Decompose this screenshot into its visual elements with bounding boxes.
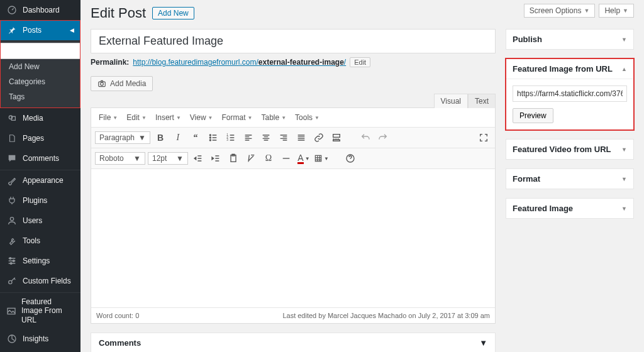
- sidebar-label: Tools: [23, 236, 40, 245]
- sidebar-label: Appearance: [23, 176, 64, 185]
- format-select[interactable]: Paragraph▼: [95, 131, 150, 144]
- outdent-button[interactable]: [191, 151, 206, 166]
- menu-format[interactable]: Format▼: [218, 111, 257, 124]
- key-icon: [6, 275, 18, 287]
- featured-image-heading[interactable]: Featured Image▼: [506, 199, 633, 218]
- sidebar-item-appearance[interactable]: Appearance: [0, 170, 80, 190]
- sidebar-item-plugins[interactable]: Plugins: [0, 190, 80, 211]
- special-char-button[interactable]: Ω: [261, 151, 276, 166]
- sidebar-item-insights[interactable]: Insights: [0, 329, 80, 349]
- svg-point-4: [9, 258, 11, 260]
- main-content: Screen Options▼ Help▼ Edit Post Add New …: [80, 0, 644, 352]
- edit-permalink-button[interactable]: Edit: [350, 57, 370, 67]
- publish-heading[interactable]: Publish▼: [506, 30, 633, 49]
- chevron-down-icon: ▼: [621, 206, 627, 212]
- sidebar-item-settings[interactable]: Settings: [0, 251, 80, 271]
- menu-file[interactable]: File▼: [95, 111, 121, 124]
- wrench-icon: [6, 235, 18, 246]
- sidebar-sub-tags[interactable]: Tags: [0, 89, 80, 104]
- undo-button[interactable]: [358, 130, 373, 145]
- sidebar-label: Dashboard: [23, 6, 60, 14]
- menu-view[interactable]: View▼: [186, 111, 217, 124]
- featured-video-heading[interactable]: Featured Video from URL▼: [506, 140, 633, 159]
- sidebar-item-posts[interactable]: Posts ◀: [0, 20, 80, 40]
- screen-options-button[interactable]: Screen Options▼: [524, 4, 596, 18]
- sidebar-item-pages[interactable]: Pages: [0, 128, 80, 148]
- more-button[interactable]: [329, 130, 344, 145]
- user-icon: [6, 215, 18, 226]
- sidebar-item-fifu[interactable]: Featured Image From URL: [0, 292, 80, 329]
- menu-edit[interactable]: Edit▼: [123, 111, 150, 124]
- indent-button[interactable]: [208, 151, 223, 166]
- menu-insert[interactable]: Insert▼: [152, 111, 185, 124]
- permalink-link[interactable]: http://blog.featuredimagefromurl.com/ext…: [133, 58, 346, 67]
- svg-point-15: [209, 137, 211, 138]
- format-heading[interactable]: Format▼: [506, 169, 633, 189]
- help-button[interactable]: Help▼: [599, 4, 634, 18]
- last-edited: Last edited by Marcel Jacques Machado on…: [282, 312, 490, 319]
- menu-table[interactable]: Table▼: [257, 111, 290, 124]
- svg-point-13: [101, 82, 104, 85]
- sidebar-sub-categories[interactable]: Categories: [0, 74, 80, 89]
- fullscreen-button[interactable]: [476, 130, 491, 145]
- sidebar-label: Featured Image From URL: [21, 297, 74, 324]
- page-icon: [6, 133, 18, 144]
- sidebar-item-dashboard[interactable]: Dashboard: [0, 0, 80, 20]
- format-metabox: Format▼: [506, 168, 634, 189]
- link-button[interactable]: [311, 130, 326, 145]
- sidebar-label: Settings: [23, 256, 50, 265]
- hr-button[interactable]: [279, 151, 294, 166]
- align-left-button[interactable]: [241, 130, 256, 145]
- svg-rect-20: [333, 135, 340, 138]
- paste-button[interactable]: [226, 151, 241, 166]
- editor-tab-text[interactable]: Text: [468, 94, 496, 108]
- menu-tools[interactable]: Tools▼: [291, 111, 323, 124]
- sidebar-posts-group: Posts ◀ All Posts Add New Categories Tag…: [0, 20, 80, 108]
- svg-point-7: [9, 280, 12, 283]
- post-title-input[interactable]: [91, 29, 496, 53]
- number-list-button[interactable]: 123: [223, 130, 238, 145]
- blockquote-button[interactable]: “: [188, 130, 203, 145]
- sidebar-item-all-import[interactable]: All Import: [0, 349, 80, 352]
- bullet-list-button[interactable]: [206, 130, 221, 145]
- editor-toolbar-2: Roboto▼ 12pt▼ Ω A▼ ▼: [91, 148, 495, 169]
- fifu-url-input[interactable]: [513, 85, 627, 102]
- svg-point-3: [10, 217, 13, 221]
- clear-format-button[interactable]: [243, 151, 258, 166]
- bold-button[interactable]: B: [153, 130, 168, 145]
- svg-point-6: [10, 263, 12, 265]
- sidebar-item-custom-fields[interactable]: Custom Fields: [0, 271, 80, 291]
- plug-icon: [6, 195, 18, 206]
- brush-icon: [6, 175, 18, 186]
- fifu-heading[interactable]: Featured Image from URL▲: [506, 59, 633, 79]
- editor-statusbar: Word count: 0 Last edited by Marcel Jacq…: [91, 307, 495, 323]
- chevron-down-icon: ▼: [584, 8, 589, 14]
- chevron-down-icon: ▼: [176, 115, 181, 121]
- sidebar-label: Media: [23, 114, 43, 123]
- fifu-preview-button[interactable]: Preview: [513, 108, 553, 123]
- align-center-button[interactable]: [258, 130, 274, 145]
- help-icon-button[interactable]: [343, 151, 358, 166]
- sidebar-sub-add-new[interactable]: Add New: [0, 59, 80, 74]
- comments-heading[interactable]: Comments ▼: [91, 333, 495, 352]
- add-media-button[interactable]: Add Media: [91, 76, 153, 91]
- align-right-button[interactable]: [276, 130, 291, 145]
- italic-button[interactable]: I: [170, 130, 186, 145]
- image-icon: [6, 305, 16, 317]
- sidebar-item-media[interactable]: Media: [0, 108, 80, 128]
- font-select[interactable]: Roboto▼: [95, 152, 145, 165]
- align-justify-button[interactable]: [294, 130, 309, 145]
- sidebar-item-users[interactable]: Users: [0, 211, 80, 231]
- font-size-select[interactable]: 12pt▼: [148, 152, 188, 165]
- editor-menubar: File▼ Edit▼ Insert▼ View▼ Format▼ Table▼…: [91, 108, 495, 128]
- add-new-button[interactable]: Add New: [152, 7, 194, 19]
- sidebar-item-tools[interactable]: Tools: [0, 231, 80, 251]
- sidebar-sub-all-posts[interactable]: All Posts: [0, 43, 80, 59]
- editor-canvas[interactable]: [91, 169, 495, 307]
- gauge-icon: [6, 4, 18, 16]
- sidebar-item-comments[interactable]: Comments: [0, 148, 80, 168]
- redo-button[interactable]: [375, 130, 391, 145]
- editor-tab-visual[interactable]: Visual: [434, 94, 468, 108]
- table-button[interactable]: ▼: [314, 151, 329, 166]
- text-color-button[interactable]: A▼: [296, 151, 311, 166]
